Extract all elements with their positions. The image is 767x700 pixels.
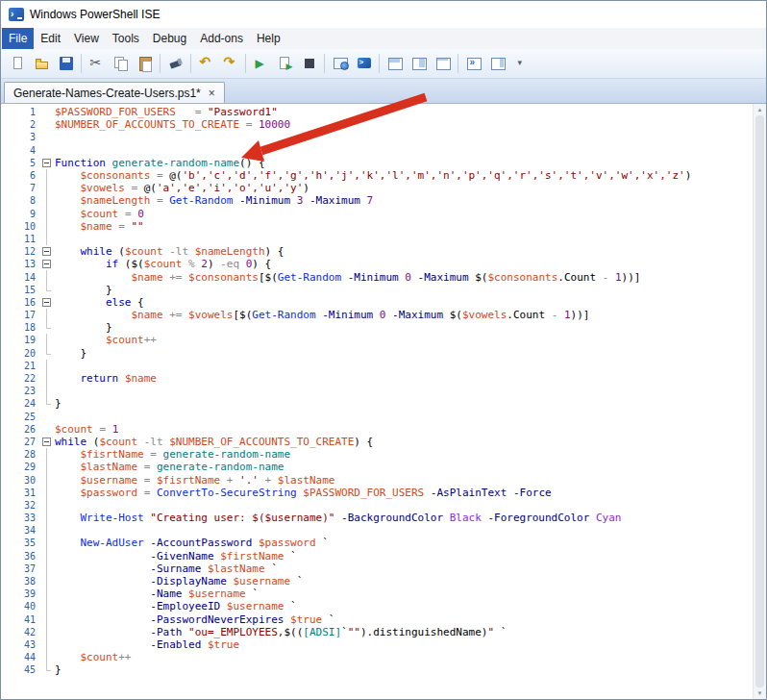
menu-file[interactable]: File bbox=[2, 28, 34, 49]
line-number: 43 bbox=[1, 639, 40, 650]
code-line: 3 bbox=[1, 131, 753, 143]
fold-column bbox=[40, 309, 53, 321]
scroll-up-icon[interactable]: ▲ bbox=[757, 106, 763, 113]
start-powershell-button[interactable] bbox=[352, 52, 376, 75]
line-number: 26 bbox=[1, 424, 40, 435]
code-text: $count++ bbox=[55, 334, 157, 346]
code-line: 22 return $name bbox=[1, 372, 753, 385]
pane-top-button[interactable] bbox=[383, 52, 407, 75]
code-line: 33 Write-Host "Creating user: $($usernam… bbox=[1, 512, 753, 524]
line-number: 36 bbox=[1, 551, 40, 562]
script-editor[interactable]: 1 $PASSWORD_FOR_USERS = "Password1" 2 $N… bbox=[1, 104, 766, 699]
menu-view[interactable]: View bbox=[67, 28, 106, 49]
fold-toggle[interactable] bbox=[40, 436, 53, 448]
code-line: 15 } bbox=[1, 284, 753, 296]
menu-help[interactable]: Help bbox=[250, 28, 287, 49]
code-line: 19 $count++ bbox=[1, 334, 753, 346]
scrollbar-thumb[interactable] bbox=[755, 115, 764, 688]
cut-icon bbox=[89, 56, 105, 71]
code-text: -Surname $lastName ` bbox=[55, 562, 278, 575]
code-text: $consonants = @('b','c','d','f','g','h',… bbox=[55, 169, 691, 182]
code-line: 35 New-AdUser -AccountPassword $password… bbox=[1, 537, 753, 549]
code-text: $password = ConvertTo-SecureString $PASS… bbox=[55, 487, 552, 499]
undo-button[interactable] bbox=[194, 52, 218, 75]
menu-addons[interactable]: Add-ons bbox=[193, 28, 250, 49]
scroll-down-icon[interactable]: ▼ bbox=[757, 689, 763, 697]
copy-button[interactable] bbox=[109, 52, 133, 75]
fold-column bbox=[40, 334, 53, 346]
tab-strip: Generate-Names-Create-Users.ps1* × bbox=[1, 79, 766, 104]
line-number: 44 bbox=[1, 652, 40, 662]
code-line: 23 bbox=[1, 385, 753, 397]
fold-column bbox=[40, 638, 53, 651]
menu-edit[interactable]: Edit bbox=[34, 28, 67, 49]
menu-debug[interactable]: Debug bbox=[146, 28, 193, 49]
toolbar bbox=[1, 49, 766, 79]
pane-right-button[interactable] bbox=[407, 52, 431, 75]
code-text: else { bbox=[55, 296, 144, 309]
code-text: $PASSWORD_FOR_USERS = "Password1" bbox=[55, 106, 278, 118]
toolbar-separator bbox=[190, 54, 191, 73]
cut-button[interactable] bbox=[85, 52, 109, 75]
fold-column bbox=[40, 512, 53, 524]
line-number: 38 bbox=[1, 576, 40, 587]
fold-toggle[interactable] bbox=[40, 157, 53, 169]
pane-right-icon bbox=[411, 56, 427, 71]
code-text: $username = $fisrtName + '.' + $lastName bbox=[55, 474, 334, 487]
code-text: $vowels = @('a','e','i','o','u','y') bbox=[55, 182, 309, 194]
code-text: $count = 0 bbox=[55, 208, 144, 220]
paste-button[interactable] bbox=[133, 52, 157, 75]
toolbar-overflow-icon bbox=[514, 56, 530, 71]
clear-console-button[interactable] bbox=[163, 52, 187, 75]
code-line: 32 bbox=[1, 499, 753, 512]
run-script-button[interactable] bbox=[249, 52, 273, 75]
fold-column bbox=[40, 588, 53, 600]
code-text: } bbox=[55, 284, 112, 296]
line-number: 10 bbox=[1, 221, 40, 232]
line-number: 24 bbox=[1, 398, 40, 409]
line-number: 39 bbox=[1, 588, 40, 599]
run-selection-button[interactable] bbox=[273, 52, 297, 75]
code-line: 5 Function generate-random-name() { bbox=[1, 157, 753, 169]
new-remote-tab-button[interactable] bbox=[328, 52, 352, 75]
stop-button[interactable] bbox=[297, 52, 321, 75]
redo-button[interactable] bbox=[218, 52, 242, 75]
code-line: 2 $NUMBER_OF_ACCOUNTS_TO_CREATE = 10000 bbox=[1, 118, 753, 131]
show-command-addon-button[interactable] bbox=[485, 52, 509, 75]
powershell-ise-icon bbox=[9, 8, 24, 21]
fold-toggle[interactable] bbox=[40, 258, 53, 270]
run-script-icon bbox=[254, 56, 269, 71]
code-text: return $name bbox=[55, 372, 157, 385]
code-text: -EmployeeID $username ` bbox=[55, 600, 297, 612]
show-command-button[interactable] bbox=[461, 52, 485, 75]
code-line: 36 -GivenName $firstName ` bbox=[1, 550, 753, 562]
tab-close-button[interactable]: × bbox=[209, 88, 215, 99]
save-script-button[interactable] bbox=[54, 52, 78, 75]
fold-column bbox=[40, 575, 53, 588]
toolbar-overflow-button[interactable] bbox=[509, 52, 533, 75]
open-script-icon bbox=[35, 56, 50, 71]
line-number: 15 bbox=[1, 285, 40, 295]
toolbar-separator bbox=[81, 54, 82, 73]
fold-toggle[interactable] bbox=[40, 296, 53, 309]
new-script-button[interactable] bbox=[6, 52, 30, 75]
code-text: $lastName = generate-random-name bbox=[55, 461, 284, 473]
line-number: 33 bbox=[1, 512, 40, 523]
code-line: 25 bbox=[1, 411, 753, 423]
line-number: 5 bbox=[1, 158, 40, 168]
tab-generate-names-create-users[interactable]: Generate-Names-Create-Users.ps1* × bbox=[4, 82, 225, 103]
fold-column bbox=[40, 550, 53, 562]
pane-max-button[interactable] bbox=[431, 52, 455, 75]
code-line: 20 } bbox=[1, 347, 753, 360]
line-number: 45 bbox=[1, 664, 40, 675]
fold-toggle[interactable] bbox=[40, 245, 53, 258]
pane-top-icon bbox=[387, 56, 403, 71]
code-line: 6 $consonants = @('b','c','d','f','g','h… bbox=[1, 169, 753, 182]
vertical-scrollbar[interactable]: ▲ ▼ bbox=[753, 104, 766, 699]
redo-icon bbox=[223, 56, 238, 71]
copy-icon bbox=[113, 56, 129, 71]
menu-tools[interactable]: Tools bbox=[106, 28, 146, 49]
line-number: 6 bbox=[1, 170, 40, 181]
fold-column bbox=[40, 537, 53, 549]
open-script-button[interactable] bbox=[30, 52, 54, 75]
